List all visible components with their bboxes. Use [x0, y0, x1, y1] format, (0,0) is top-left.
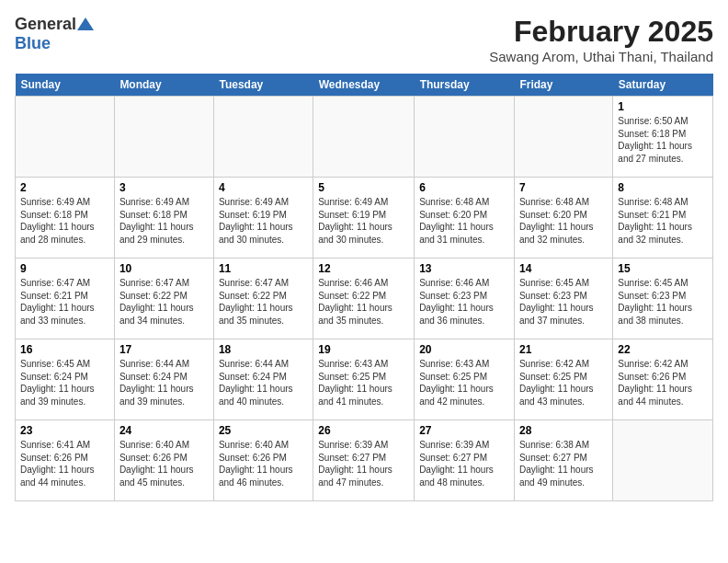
svg-marker-0 — [77, 17, 94, 30]
day-info: Sunrise: 6:38 AM Sunset: 6:27 PM Dayligh… — [519, 439, 608, 488]
table-row — [613, 420, 713, 501]
logo-icon — [77, 16, 94, 32]
day-number: 2 — [20, 181, 109, 194]
table-row: 22Sunrise: 6:42 AM Sunset: 6:26 PM Dayli… — [613, 339, 713, 420]
table-row: 6Sunrise: 6:48 AM Sunset: 6:20 PM Daylig… — [415, 178, 515, 259]
weekday-header-row: Sunday Monday Tuesday Wednesday Thursday… — [16, 74, 713, 97]
day-info: Sunrise: 6:48 AM Sunset: 6:20 PM Dayligh… — [419, 196, 509, 246]
logo-blue-text: Blue — [15, 34, 51, 53]
table-row: 9Sunrise: 6:47 AM Sunset: 6:21 PM Daylig… — [16, 259, 115, 339]
day-number: 11 — [219, 262, 308, 275]
day-info: Sunrise: 6:49 AM Sunset: 6:18 PM Dayligh… — [119, 196, 209, 246]
table-row: 1Sunrise: 6:50 AM Sunset: 6:18 PM Daylig… — [613, 97, 713, 178]
table-row: 2Sunrise: 6:49 AM Sunset: 6:18 PM Daylig… — [16, 178, 115, 259]
table-row: 28Sunrise: 6:38 AM Sunset: 6:27 PM Dayli… — [514, 420, 612, 501]
day-info: Sunrise: 6:45 AM Sunset: 6:23 PM Dayligh… — [618, 277, 708, 327]
table-row: 26Sunrise: 6:39 AM Sunset: 6:27 PM Dayli… — [313, 420, 415, 501]
table-row: 3Sunrise: 6:49 AM Sunset: 6:18 PM Daylig… — [114, 178, 213, 259]
table-row — [313, 97, 415, 178]
day-number: 21 — [519, 343, 608, 356]
title-block: February 2025 Sawang Arom, Uthai Thani, … — [489, 15, 713, 64]
day-number: 3 — [119, 181, 209, 194]
table-row: 17Sunrise: 6:44 AM Sunset: 6:24 PM Dayli… — [114, 339, 213, 420]
day-number: 23 — [20, 424, 109, 437]
table-row: 12Sunrise: 6:46 AM Sunset: 6:22 PM Dayli… — [313, 259, 415, 339]
day-info: Sunrise: 6:43 AM Sunset: 6:25 PM Dayligh… — [419, 358, 509, 408]
day-info: Sunrise: 6:47 AM Sunset: 6:22 PM Dayligh… — [119, 277, 209, 327]
day-number: 10 — [119, 262, 209, 275]
calendar-week-row: 2Sunrise: 6:49 AM Sunset: 6:18 PM Daylig… — [16, 178, 713, 259]
table-row: 7Sunrise: 6:48 AM Sunset: 6:20 PM Daylig… — [514, 178, 612, 259]
calendar-table: Sunday Monday Tuesday Wednesday Thursday… — [15, 74, 713, 501]
day-number: 4 — [219, 181, 308, 194]
day-number: 7 — [519, 181, 608, 194]
day-number: 27 — [419, 424, 509, 437]
day-info: Sunrise: 6:43 AM Sunset: 6:25 PM Dayligh… — [318, 358, 409, 408]
day-number: 19 — [318, 343, 409, 356]
day-info: Sunrise: 6:50 AM Sunset: 6:18 PM Dayligh… — [618, 115, 708, 165]
table-row: 4Sunrise: 6:49 AM Sunset: 6:19 PM Daylig… — [213, 178, 313, 259]
header-sunday: Sunday — [16, 74, 115, 97]
day-number: 13 — [419, 262, 509, 275]
day-info: Sunrise: 6:48 AM Sunset: 6:20 PM Dayligh… — [519, 196, 608, 246]
table-row: 15Sunrise: 6:45 AM Sunset: 6:23 PM Dayli… — [613, 259, 713, 339]
logo-general-text: General — [15, 15, 76, 34]
header-tuesday: Tuesday — [213, 74, 313, 97]
day-info: Sunrise: 6:45 AM Sunset: 6:23 PM Dayligh… — [519, 277, 608, 327]
table-row: 13Sunrise: 6:46 AM Sunset: 6:23 PM Dayli… — [415, 259, 515, 339]
day-number: 17 — [119, 343, 209, 356]
day-info: Sunrise: 6:49 AM Sunset: 6:19 PM Dayligh… — [318, 196, 409, 246]
day-number: 5 — [318, 181, 409, 194]
day-number: 20 — [419, 343, 509, 356]
table-row: 11Sunrise: 6:47 AM Sunset: 6:22 PM Dayli… — [213, 259, 313, 339]
day-info: Sunrise: 6:42 AM Sunset: 6:26 PM Dayligh… — [618, 358, 708, 408]
table-row — [514, 97, 612, 178]
day-info: Sunrise: 6:40 AM Sunset: 6:26 PM Dayligh… — [119, 439, 209, 488]
day-info: Sunrise: 6:44 AM Sunset: 6:24 PM Dayligh… — [219, 358, 308, 408]
day-number: 18 — [219, 343, 308, 356]
day-info: Sunrise: 6:47 AM Sunset: 6:22 PM Dayligh… — [219, 277, 308, 327]
day-info: Sunrise: 6:49 AM Sunset: 6:18 PM Dayligh… — [20, 196, 109, 246]
table-row: 18Sunrise: 6:44 AM Sunset: 6:24 PM Dayli… — [213, 339, 313, 420]
day-number: 24 — [119, 424, 209, 437]
day-info: Sunrise: 6:46 AM Sunset: 6:23 PM Dayligh… — [419, 277, 509, 327]
calendar-title: February 2025 — [489, 15, 713, 49]
header-friday: Friday — [514, 74, 612, 97]
calendar-week-row: 16Sunrise: 6:45 AM Sunset: 6:24 PM Dayli… — [16, 339, 713, 420]
table-row: 27Sunrise: 6:39 AM Sunset: 6:27 PM Dayli… — [415, 420, 515, 501]
day-info: Sunrise: 6:46 AM Sunset: 6:22 PM Dayligh… — [318, 277, 409, 327]
day-number: 16 — [20, 343, 109, 356]
day-info: Sunrise: 6:48 AM Sunset: 6:21 PM Dayligh… — [618, 196, 708, 246]
header-monday: Monday — [114, 74, 213, 97]
calendar-week-row: 23Sunrise: 6:41 AM Sunset: 6:26 PM Dayli… — [16, 420, 713, 501]
table-row: 20Sunrise: 6:43 AM Sunset: 6:25 PM Dayli… — [415, 339, 515, 420]
day-info: Sunrise: 6:45 AM Sunset: 6:24 PM Dayligh… — [20, 358, 109, 408]
day-number: 14 — [519, 262, 608, 275]
day-number: 8 — [618, 181, 708, 194]
day-number: 28 — [519, 424, 608, 437]
table-row: 16Sunrise: 6:45 AM Sunset: 6:24 PM Dayli… — [16, 339, 115, 420]
header-saturday: Saturday — [613, 74, 713, 97]
table-row: 8Sunrise: 6:48 AM Sunset: 6:21 PM Daylig… — [613, 178, 713, 259]
table-row — [16, 97, 115, 178]
day-info: Sunrise: 6:49 AM Sunset: 6:19 PM Dayligh… — [219, 196, 308, 246]
table-row: 14Sunrise: 6:45 AM Sunset: 6:23 PM Dayli… — [514, 259, 612, 339]
day-info: Sunrise: 6:40 AM Sunset: 6:26 PM Dayligh… — [219, 439, 308, 488]
day-info: Sunrise: 6:41 AM Sunset: 6:26 PM Dayligh… — [20, 439, 109, 488]
day-info: Sunrise: 6:39 AM Sunset: 6:27 PM Dayligh… — [419, 439, 509, 488]
day-number: 12 — [318, 262, 409, 275]
day-info: Sunrise: 6:42 AM Sunset: 6:25 PM Dayligh… — [519, 358, 608, 408]
table-row: 21Sunrise: 6:42 AM Sunset: 6:25 PM Dayli… — [514, 339, 612, 420]
calendar-week-row: 9Sunrise: 6:47 AM Sunset: 6:21 PM Daylig… — [16, 259, 713, 339]
day-number: 26 — [318, 424, 409, 437]
table-row — [213, 97, 313, 178]
header-thursday: Thursday — [415, 74, 515, 97]
table-row: 25Sunrise: 6:40 AM Sunset: 6:26 PM Dayli… — [213, 420, 313, 501]
day-number: 15 — [618, 262, 708, 275]
header-wednesday: Wednesday — [313, 74, 415, 97]
table-row — [415, 97, 515, 178]
table-row: 23Sunrise: 6:41 AM Sunset: 6:26 PM Dayli… — [16, 420, 115, 501]
table-row: 10Sunrise: 6:47 AM Sunset: 6:22 PM Dayli… — [114, 259, 213, 339]
table-row: 5Sunrise: 6:49 AM Sunset: 6:19 PM Daylig… — [313, 178, 415, 259]
day-number: 1 — [618, 100, 708, 113]
